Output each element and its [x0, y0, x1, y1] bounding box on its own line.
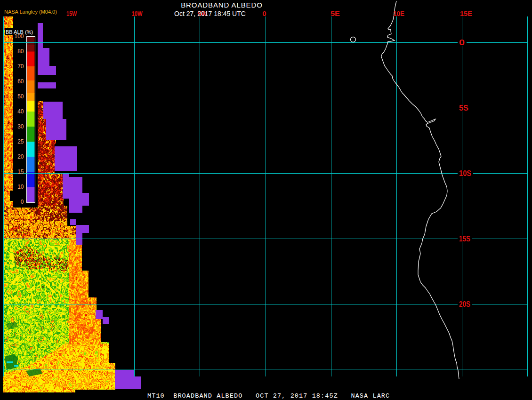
svg-text:15: 15 — [17, 168, 24, 175]
svg-text:10E: 10E — [393, 10, 404, 17]
svg-text:60: 60 — [17, 78, 24, 85]
svg-text:70: 70 — [17, 63, 24, 70]
svg-text:15S: 15S — [459, 235, 470, 243]
svg-text:15W: 15W — [66, 10, 77, 17]
svg-text:5S: 5S — [459, 104, 468, 112]
svg-text:NASA Langley (M04.0): NASA Langley (M04.0) — [4, 9, 57, 15]
svg-text:0: 0 — [263, 10, 266, 17]
svg-text:0: 0 — [21, 199, 24, 205]
svg-text:100: 100 — [14, 33, 24, 40]
svg-text:BROADBAND ALBEDO: BROADBAND ALBEDO — [181, 1, 263, 9]
svg-text:50: 50 — [17, 93, 24, 100]
svg-text:15E: 15E — [460, 10, 472, 17]
svg-text:20S: 20S — [459, 300, 470, 308]
svg-text:10: 10 — [17, 184, 24, 190]
svg-text:10S: 10S — [459, 169, 471, 177]
svg-text:10W: 10W — [132, 10, 143, 17]
svg-text:40: 40 — [17, 108, 24, 115]
svg-text:0: 0 — [459, 39, 465, 47]
svg-text:25: 25 — [17, 138, 24, 145]
svg-text:MT10 BROADBAND ALBEDO OCT 2: MT10 BROADBAND ALBEDO OCT 27, 2017 18:45… — [147, 392, 390, 400]
svg-text:Oct 27, 2017 18:45 UTC: Oct 27, 2017 18:45 UTC — [174, 10, 246, 17]
svg-text:5E: 5E — [330, 10, 340, 17]
svg-text:20: 20 — [17, 153, 24, 160]
svg-text:80: 80 — [17, 48, 24, 55]
svg-text:30: 30 — [17, 123, 24, 130]
